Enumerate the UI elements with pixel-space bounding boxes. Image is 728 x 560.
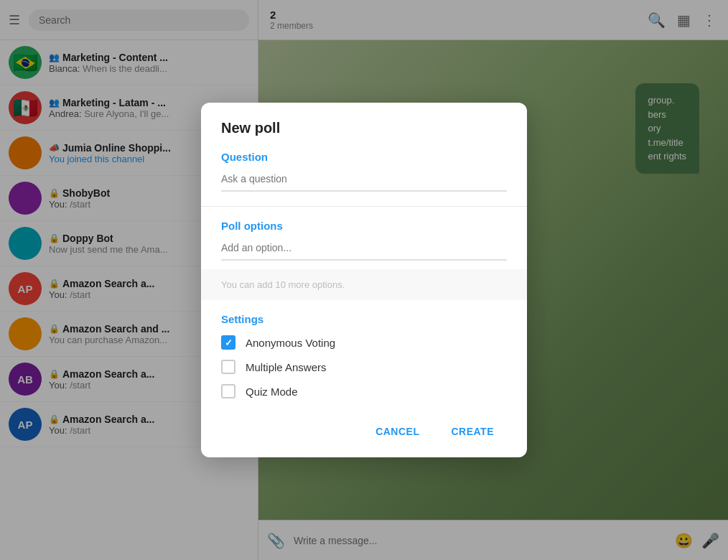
question-section-label: Question (221, 151, 507, 163)
divider (201, 206, 527, 207)
dialog-overlay: New poll Question Poll options You can a… (0, 0, 728, 560)
dialog-footer: CANCEL CREATE (201, 409, 527, 457)
dialog-body: New poll Question Poll options You can a… (201, 103, 527, 398)
question-input[interactable] (221, 170, 507, 192)
create-button[interactable]: CREATE (438, 420, 507, 443)
checkbox-row-quiz[interactable]: Quiz Mode (221, 384, 507, 398)
new-poll-dialog: New poll Question Poll options You can a… (201, 103, 527, 457)
settings-section: Settings Anonymous VotingMultiple Answer… (221, 300, 507, 398)
dialog-title: New poll (221, 120, 507, 136)
add-option-input[interactable] (221, 239, 507, 261)
checkbox-label-multi: Multiple Answers (246, 361, 327, 373)
settings-section-label: Settings (221, 313, 507, 325)
cancel-button[interactable]: CANCEL (363, 420, 432, 443)
checkbox-multi[interactable] (221, 360, 235, 374)
option-hint: You can add 10 more options. (201, 269, 527, 300)
checkbox-label-quiz: Quiz Mode (246, 386, 298, 398)
checkbox-row-anon[interactable]: Anonymous Voting (221, 335, 507, 350)
checkbox-label-anon: Anonymous Voting (246, 337, 335, 349)
checkbox-row-multi[interactable]: Multiple Answers (221, 360, 507, 374)
poll-options-section-label: Poll options (221, 220, 507, 232)
checkbox-quiz[interactable] (221, 384, 235, 398)
checkbox-anon[interactable] (221, 335, 235, 350)
